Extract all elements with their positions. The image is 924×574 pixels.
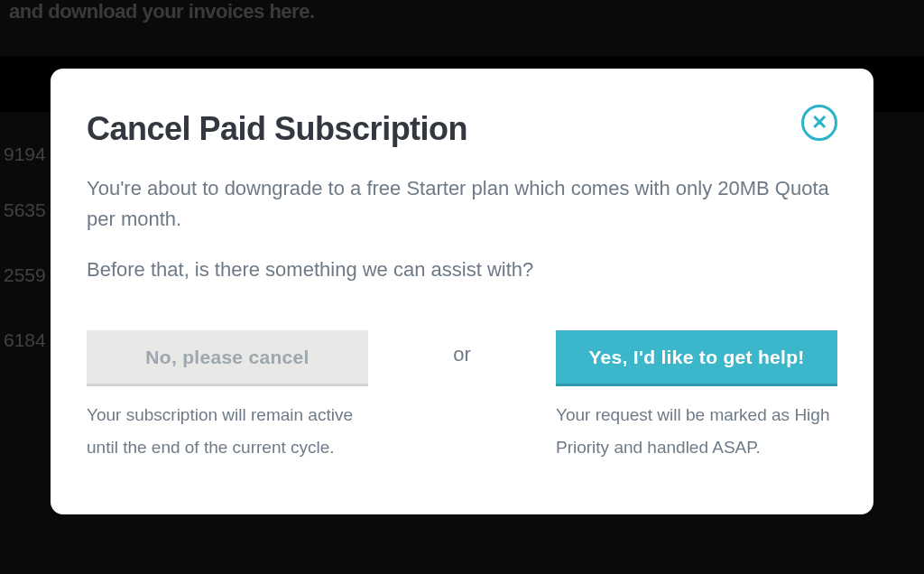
help-column: Yes, I'd like to get help! Your request … xyxy=(556,330,837,464)
modal-overlay: ✕ Cancel Paid Subscription You're about … xyxy=(0,0,924,574)
cancel-caption: Your subscription will remain active unt… xyxy=(87,399,368,464)
modal-body-line-2: Before that, is there something we can a… xyxy=(87,255,837,285)
yes-help-button[interactable]: Yes, I'd like to get help! xyxy=(556,330,837,386)
modal-button-row: No, please cancel Your subscription will… xyxy=(87,330,837,464)
cancel-column: No, please cancel Your subscription will… xyxy=(87,330,368,464)
close-icon: ✕ xyxy=(811,113,827,133)
help-caption: Your request will be marked as High Prio… xyxy=(556,399,837,464)
or-separator: or xyxy=(435,330,489,366)
cancel-subscription-modal: ✕ Cancel Paid Subscription You're about … xyxy=(51,69,873,514)
close-button[interactable]: ✕ xyxy=(801,105,837,141)
modal-body-line-1: You're about to downgrade to a free Star… xyxy=(87,173,837,235)
no-cancel-button[interactable]: No, please cancel xyxy=(87,330,368,386)
modal-title: Cancel Paid Subscription xyxy=(87,110,837,148)
